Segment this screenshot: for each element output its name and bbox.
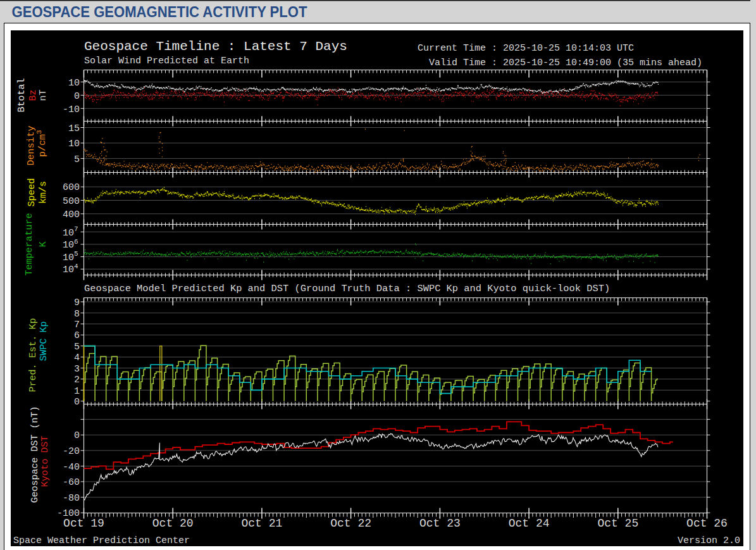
svg-text:6: 6 xyxy=(74,330,80,341)
svg-text:600: 600 xyxy=(63,182,80,193)
svg-text:GEOSPACE GEOMAGNETIC ACTIVITY: GEOSPACE GEOMAGNETIC ACTIVITY PLOT xyxy=(12,4,307,20)
svg-text:-40: -40 xyxy=(63,462,80,473)
svg-text:8: 8 xyxy=(74,309,80,320)
svg-text:7: 7 xyxy=(74,225,78,233)
svg-text:10: 10 xyxy=(63,265,74,275)
svg-text:Geospace Model Predicted Kp an: Geospace Model Predicted Kp and DST (Gro… xyxy=(84,283,610,294)
svg-text:10: 10 xyxy=(63,253,74,263)
svg-text:3: 3 xyxy=(35,130,43,134)
svg-text:4: 4 xyxy=(74,353,80,363)
svg-text:K: K xyxy=(38,241,49,247)
svg-text:500: 500 xyxy=(63,196,80,207)
svg-text:7: 7 xyxy=(74,320,80,330)
svg-text:1: 1 xyxy=(74,386,80,397)
svg-text:15: 15 xyxy=(68,123,80,134)
svg-text:Valid Time : 2025-10-25 10:49:: Valid Time : 2025-10-25 10:49:00 (35 min… xyxy=(429,58,702,68)
svg-text:Btotal: Btotal xyxy=(16,78,27,112)
svg-text:SWPC Kp: SWPC Kp xyxy=(39,321,49,361)
svg-text:0: 0 xyxy=(74,430,80,441)
svg-text:2: 2 xyxy=(74,375,80,385)
svg-text:nT: nT xyxy=(38,89,49,101)
svg-text:-10: -10 xyxy=(63,104,80,115)
svg-text:Geospace DST (nT): Geospace DST (nT) xyxy=(30,406,40,503)
svg-text:Pred. Est. Kp: Pred. Est. Kp xyxy=(28,318,39,392)
svg-text:6: 6 xyxy=(74,238,78,246)
svg-text:4: 4 xyxy=(74,263,78,270)
svg-text:p/cm: p/cm xyxy=(37,134,48,157)
svg-text:0: 0 xyxy=(74,91,80,102)
svg-text:5: 5 xyxy=(74,342,80,353)
svg-text:9: 9 xyxy=(74,297,80,308)
svg-text:10: 10 xyxy=(63,228,74,239)
svg-text:10: 10 xyxy=(63,240,74,251)
svg-text:5: 5 xyxy=(74,250,78,258)
svg-text:Current Time : 2025-10-25 10:1: Current Time : 2025-10-25 10:14:03 UTC xyxy=(418,43,634,54)
svg-text:-60: -60 xyxy=(63,477,80,488)
svg-text:Geospace Timeline : Latest 7 D: Geospace Timeline : Latest 7 Days xyxy=(84,39,347,54)
svg-text:400: 400 xyxy=(63,209,80,220)
svg-text:Temperature: Temperature xyxy=(24,213,35,275)
svg-text:10: 10 xyxy=(68,78,80,89)
svg-text:5: 5 xyxy=(74,154,80,165)
svg-text:0: 0 xyxy=(74,397,80,408)
svg-text:10: 10 xyxy=(68,139,80,149)
svg-text:Solar Wind Predicted at Earth: Solar Wind Predicted at Earth xyxy=(84,56,249,66)
svg-text:Space Weather Prediction Cente: Space Weather Prediction Center xyxy=(13,535,190,546)
svg-text:Version 2.0: Version 2.0 xyxy=(678,535,740,546)
svg-text:km/s: km/s xyxy=(38,181,49,204)
svg-text:Kyoto DST: Kyoto DST xyxy=(40,435,51,487)
svg-text:3: 3 xyxy=(74,364,80,375)
svg-text:-20: -20 xyxy=(63,446,80,457)
svg-text:Bz: Bz xyxy=(28,89,39,101)
svg-text:Speed: Speed xyxy=(27,178,37,206)
svg-text:-80: -80 xyxy=(63,493,80,504)
